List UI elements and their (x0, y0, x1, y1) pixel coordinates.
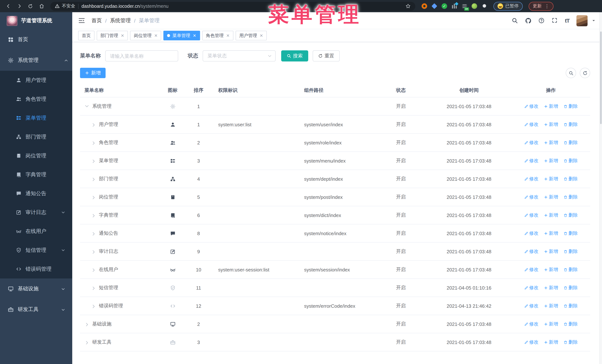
action-修改-link[interactable]: 修改 (524, 266, 538, 273)
action-新增-link[interactable]: 新增 (544, 121, 558, 128)
search-button[interactable]: 搜索 (281, 50, 308, 62)
expand-row-icon[interactable] (91, 158, 97, 164)
action-修改-link[interactable]: 修改 (524, 157, 538, 164)
extension-green-check-icon[interactable]: ✓ (441, 3, 448, 9)
close-tab-icon[interactable]: ✕ (121, 33, 124, 38)
help-icon[interactable] (538, 17, 545, 24)
action-修改-link[interactable]: 修改 (524, 212, 538, 218)
tab-首页[interactable]: 首页 (78, 31, 95, 40)
expand-row-icon[interactable] (91, 230, 97, 236)
extension-columns-diamond-icon[interactable] (451, 3, 458, 9)
expand-row-icon[interactable] (91, 176, 97, 182)
profile-paused-pill[interactable]: 已暂停 (494, 2, 523, 10)
toggle-search-button[interactable] (566, 68, 576, 78)
sidebar-item-岗位管理[interactable]: 岗位管理 (0, 146, 72, 165)
menu-name-input[interactable] (105, 50, 178, 62)
browser-home-icon[interactable] (37, 2, 46, 10)
status-select[interactable]: 菜单状态 (203, 50, 276, 62)
tab-角色管理[interactable]: 角色管理✕ (202, 31, 233, 40)
expand-row-icon[interactable] (91, 212, 97, 218)
action-修改-link[interactable]: 修改 (524, 194, 538, 200)
sidebar-item-通知公告[interactable]: 通知公告 (0, 184, 72, 203)
action-修改-link[interactable]: 修改 (524, 230, 538, 236)
browser-reload-icon[interactable] (26, 2, 35, 10)
expand-row-icon[interactable] (85, 321, 90, 327)
action-修改-link[interactable]: 修改 (524, 339, 538, 345)
collapse-sidebar-icon[interactable] (78, 17, 85, 24)
action-修改-link[interactable]: 修改 (524, 139, 538, 146)
action-删除-link[interactable]: 删除 (563, 266, 578, 273)
page-scrollbar[interactable] (599, 12, 602, 364)
action-新增-link[interactable]: 新增 (544, 339, 558, 345)
expand-row-icon[interactable] (91, 303, 97, 309)
action-修改-link[interactable]: 修改 (524, 303, 538, 309)
sidebar-item-审计日志[interactable]: 审计日志 (0, 203, 72, 222)
sidebar-item-字典管理[interactable]: 字典管理 (0, 165, 72, 184)
extension-puzzle-icon[interactable] (481, 3, 487, 9)
action-新增-link[interactable]: 新增 (544, 176, 558, 182)
browser-update-button[interactable]: 更新 ⋮ (529, 2, 553, 10)
sidebar-item-研发工具[interactable]: 研发工具 (0, 299, 72, 320)
font-size-icon[interactable]: tT (565, 17, 570, 24)
tab-用户管理[interactable]: 用户管理✕ (236, 31, 267, 40)
expand-row-icon[interactable] (91, 285, 97, 291)
expand-row-icon[interactable] (91, 122, 97, 127)
extension-rows-on-badge-icon[interactable]: on (461, 3, 468, 9)
extension-blue-gem-icon[interactable] (431, 3, 438, 9)
sidebar-item-基础设施[interactable]: 基础设施 (0, 279, 72, 299)
expand-row-icon[interactable] (91, 194, 97, 200)
action-删除-link[interactable]: 删除 (563, 121, 578, 128)
add-button[interactable]: 新增 (80, 68, 106, 78)
collapse-row-icon[interactable] (85, 104, 90, 109)
browser-forward-icon[interactable] (15, 2, 24, 10)
action-新增-link[interactable]: 新增 (544, 285, 558, 291)
browser-menu-kebab-icon[interactable]: ⋮ (545, 3, 549, 9)
extensions-puzzle-icon[interactable] (482, 3, 487, 9)
close-tab-icon[interactable]: ✕ (193, 33, 196, 38)
action-修改-link[interactable]: 修改 (524, 103, 538, 109)
github-icon[interactable] (525, 17, 531, 24)
extension-green-leaf-icon[interactable] (471, 3, 478, 9)
action-修改-link[interactable]: 修改 (524, 121, 538, 128)
action-删除-link[interactable]: 删除 (563, 139, 578, 146)
expand-row-icon[interactable] (91, 140, 97, 145)
avatar-caret-down-icon[interactable] (592, 18, 596, 23)
fullscreen-icon[interactable] (552, 17, 558, 24)
address-bar[interactable]: 不安全 dashboard.yudao.iocoder.cn/system/me… (50, 2, 415, 10)
security-status[interactable]: 不安全 (55, 3, 75, 9)
action-删除-link[interactable]: 删除 (563, 248, 578, 255)
tab-菜单管理[interactable]: 菜单管理✕ (163, 31, 200, 40)
extension-orange-ring-icon[interactable] (421, 3, 428, 9)
breadcrumb-item-系统管理[interactable]: 系统管理 (110, 17, 131, 24)
tab-岗位管理[interactable]: 岗位管理✕ (130, 31, 161, 40)
browser-back-icon[interactable] (4, 2, 13, 10)
action-删除-link[interactable]: 删除 (563, 194, 578, 200)
action-删除-link[interactable]: 删除 (563, 321, 578, 327)
action-修改-link[interactable]: 修改 (524, 176, 538, 182)
app-logo-row[interactable]: 芋道管理系统 (0, 12, 72, 29)
action-删除-link[interactable]: 删除 (563, 103, 578, 109)
scrollbar-thumb[interactable] (600, 31, 602, 124)
search-icon[interactable] (512, 17, 518, 24)
expand-row-icon[interactable] (91, 267, 97, 272)
action-删除-link[interactable]: 删除 (563, 303, 578, 309)
sidebar-item-首页[interactable]: 首页 (0, 29, 72, 50)
action-删除-link[interactable]: 删除 (563, 157, 578, 164)
refresh-table-button[interactable] (580, 68, 590, 78)
action-修改-link[interactable]: 修改 (524, 285, 538, 291)
expand-row-icon[interactable] (85, 339, 90, 345)
action-新增-link[interactable]: 新增 (544, 321, 558, 327)
tab-部门管理[interactable]: 部门管理✕ (97, 31, 128, 40)
action-新增-link[interactable]: 新增 (544, 230, 558, 236)
sidebar-item-在线用户[interactable]: 在线用户 (0, 222, 72, 241)
sidebar-item-部门管理[interactable]: 部门管理 (0, 127, 72, 146)
sidebar-item-菜单管理[interactable]: 菜单管理 (0, 108, 72, 127)
action-删除-link[interactable]: 删除 (563, 176, 578, 182)
action-删除-link[interactable]: 删除 (563, 285, 578, 291)
action-新增-link[interactable]: 新增 (544, 194, 558, 200)
action-新增-link[interactable]: 新增 (544, 157, 558, 164)
action-修改-link[interactable]: 修改 (524, 321, 538, 327)
breadcrumb-item-首页[interactable]: 首页 (92, 17, 102, 24)
action-新增-link[interactable]: 新增 (544, 248, 558, 255)
action-新增-link[interactable]: 新增 (544, 212, 558, 218)
